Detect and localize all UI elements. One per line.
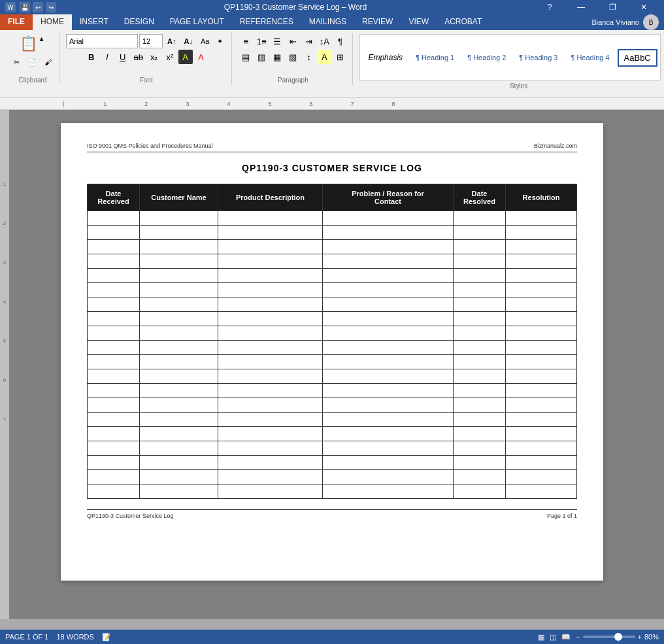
font-color-button[interactable]: A: [194, 50, 208, 64]
table-row[interactable]: [88, 470, 577, 484]
tab-view[interactable]: VIEW: [401, 14, 437, 30]
view-read-button[interactable]: 📖: [561, 633, 571, 641]
borders-button[interactable]: ⊞: [333, 50, 347, 64]
table-cell[interactable]: [88, 283, 140, 297]
close-button[interactable]: ✕: [629, 0, 659, 14]
table-cell[interactable]: [140, 441, 218, 456]
tab-review[interactable]: REVIEW: [354, 14, 401, 30]
table-cell[interactable]: [88, 398, 140, 413]
clear-format-button[interactable]: ✦: [214, 34, 226, 48]
table-row[interactable]: [88, 427, 577, 441]
table-cell[interactable]: [88, 254, 140, 269]
underline-button[interactable]: U: [116, 50, 130, 64]
tab-page-layout[interactable]: PAGE LAYOUT: [162, 14, 232, 30]
table-cell[interactable]: [218, 269, 323, 283]
table-cell[interactable]: [218, 369, 323, 384]
table-cell[interactable]: [218, 456, 323, 470]
table-cell[interactable]: [323, 398, 454, 413]
table-cell[interactable]: [323, 470, 454, 484]
multilevel-list-button[interactable]: ☰: [270, 34, 284, 48]
tab-design[interactable]: DESIGN: [116, 14, 162, 30]
table-cell[interactable]: [454, 283, 506, 297]
table-row[interactable]: [88, 326, 577, 341]
table-cell[interactable]: [506, 326, 577, 341]
style-heading1[interactable]: ¶ Heading 1: [410, 51, 459, 64]
table-cell[interactable]: [88, 413, 140, 427]
table-row[interactable]: [88, 341, 577, 355]
table-cell[interactable]: [218, 283, 323, 297]
style-default[interactable]: AaBbC: [618, 49, 657, 67]
table-row[interactable]: [88, 355, 577, 369]
align-right-button[interactable]: ▦: [270, 50, 284, 64]
table-cell[interactable]: [506, 470, 577, 484]
maximize-button[interactable]: ❐: [597, 0, 627, 14]
table-row[interactable]: [88, 369, 577, 384]
table-cell[interactable]: [454, 341, 506, 355]
shading-button[interactable]: A: [317, 50, 331, 64]
subscript-button[interactable]: x₂: [147, 50, 161, 64]
table-cell[interactable]: [454, 240, 506, 254]
text-highlight-button[interactable]: A: [178, 50, 193, 64]
table-cell[interactable]: [88, 456, 140, 470]
save-icon[interactable]: 💾: [20, 2, 30, 12]
font-size-input[interactable]: [139, 34, 163, 48]
table-cell[interactable]: [506, 369, 577, 384]
table-cell[interactable]: [140, 283, 218, 297]
table-cell[interactable]: [140, 456, 218, 470]
justify-button[interactable]: ▧: [286, 50, 300, 64]
change-case-button[interactable]: Aa: [197, 34, 212, 48]
table-cell[interactable]: [140, 369, 218, 384]
decrease-indent-button[interactable]: ⇤: [286, 34, 300, 48]
tab-home[interactable]: HOME: [33, 14, 72, 30]
table-cell[interactable]: [218, 297, 323, 312]
table-cell[interactable]: [140, 254, 218, 269]
minimize-button[interactable]: —: [566, 0, 596, 14]
table-cell[interactable]: [323, 211, 454, 226]
table-cell[interactable]: [140, 413, 218, 427]
table-cell[interactable]: [323, 384, 454, 398]
superscript-button[interactable]: x²: [163, 50, 177, 64]
table-cell[interactable]: [323, 297, 454, 312]
numbering-button[interactable]: 1≡: [254, 34, 269, 48]
table-cell[interactable]: [88, 341, 140, 355]
style-heading4[interactable]: ¶ Heading 4: [565, 51, 614, 64]
format-painter-button[interactable]: 🖌: [41, 55, 55, 69]
table-cell[interactable]: [323, 240, 454, 254]
table-cell[interactable]: [506, 240, 577, 254]
zoom-slider[interactable]: [583, 636, 635, 638]
sort-button[interactable]: ↕A: [317, 34, 331, 48]
table-cell[interactable]: [454, 211, 506, 226]
table-cell[interactable]: [88, 211, 140, 226]
table-cell[interactable]: [323, 326, 454, 341]
table-cell[interactable]: [88, 240, 140, 254]
table-row[interactable]: [88, 312, 577, 326]
table-cell[interactable]: [88, 441, 140, 456]
table-row[interactable]: [88, 456, 577, 470]
table-cell[interactable]: [506, 211, 577, 226]
table-cell[interactable]: [218, 384, 323, 398]
table-cell[interactable]: [88, 369, 140, 384]
table-cell[interactable]: [323, 413, 454, 427]
table-cell[interactable]: [506, 441, 577, 456]
table-cell[interactable]: [454, 269, 506, 283]
table-cell[interactable]: [323, 355, 454, 369]
table-cell[interactable]: [88, 312, 140, 326]
table-cell[interactable]: [88, 326, 140, 341]
table-cell[interactable]: [140, 240, 218, 254]
table-cell[interactable]: [218, 355, 323, 369]
table-cell[interactable]: [454, 427, 506, 441]
style-heading2[interactable]: ¶ Heading 2: [462, 51, 511, 64]
tab-references[interactable]: REFERENCES: [232, 14, 301, 30]
font-name-input[interactable]: [66, 34, 138, 48]
table-cell[interactable]: [506, 297, 577, 312]
table-cell[interactable]: [454, 384, 506, 398]
zoom-out-button[interactable]: −: [576, 633, 580, 641]
user-avatar[interactable]: B: [643, 14, 659, 30]
table-cell[interactable]: [506, 312, 577, 326]
table-row[interactable]: [88, 211, 577, 226]
table-cell[interactable]: [218, 470, 323, 484]
table-cell[interactable]: [218, 326, 323, 341]
view-print-button[interactable]: ▦: [538, 633, 544, 641]
table-cell[interactable]: [506, 398, 577, 413]
undo-icon[interactable]: ↩: [33, 2, 43, 12]
